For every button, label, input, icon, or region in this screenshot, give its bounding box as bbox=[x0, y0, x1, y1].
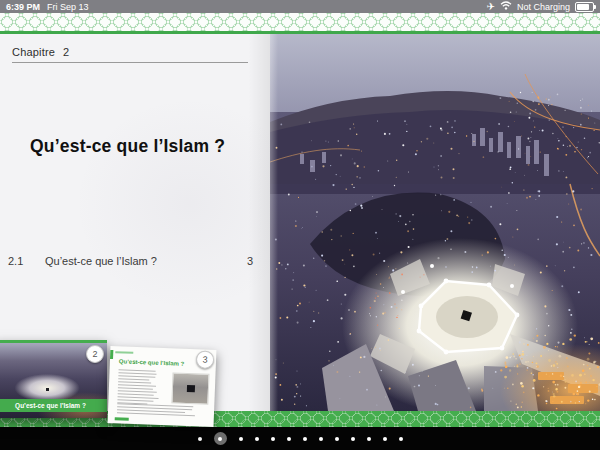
page-dot[interactable] bbox=[255, 437, 259, 441]
airplane-mode-icon: ✈ bbox=[487, 2, 495, 12]
page-dot-active[interactable] bbox=[214, 432, 227, 445]
thumbnail-page-2[interactable]: Qu’est-ce que l’Islam ? 2 bbox=[0, 340, 107, 418]
battery-icon bbox=[575, 2, 594, 12]
kaaba-icon bbox=[46, 388, 49, 391]
page-dot[interactable] bbox=[319, 437, 323, 441]
thumbnail-page-3-number-badge: 3 bbox=[196, 350, 215, 369]
battery-status-label: Not Charging bbox=[517, 2, 570, 12]
toc-entry-title: Qu’est-ce que l’Islam ? bbox=[45, 255, 157, 267]
page-dots bbox=[198, 432, 403, 445]
page-dot[interactable] bbox=[367, 437, 371, 441]
status-bar: 6:39 PM Fri Sep 13 ✈ Not Charging bbox=[0, 0, 600, 13]
page-dot[interactable] bbox=[198, 437, 202, 441]
thumbnail-page-2-number-badge: 2 bbox=[86, 345, 104, 363]
thumbnail-text-paragraph bbox=[117, 403, 205, 418]
footer-strip bbox=[115, 417, 129, 421]
clock-time: 6:39 PM bbox=[6, 2, 40, 12]
page-dot[interactable] bbox=[239, 437, 243, 441]
page-dot[interactable] bbox=[287, 437, 291, 441]
kaaba-icon bbox=[187, 385, 195, 392]
mecca-aerial-photo bbox=[270, 34, 600, 411]
page-dot[interactable] bbox=[383, 437, 387, 441]
chapter-label: Chapitre bbox=[12, 46, 55, 58]
page-dot[interactable] bbox=[351, 437, 355, 441]
chapter-number: 2 bbox=[63, 46, 69, 58]
right-page[interactable] bbox=[270, 34, 600, 411]
page-dot[interactable] bbox=[399, 437, 403, 441]
thumbnail-page-2-caption: Qu’est-ce que l’Islam ? bbox=[0, 399, 107, 412]
thumbnail-page-3-heading: Qu’est-ce que l’Islam ? bbox=[119, 358, 185, 367]
toc-entry-page: 3 bbox=[247, 255, 253, 267]
wifi-icon bbox=[500, 1, 512, 12]
toc-entry-number: 2.1 bbox=[8, 255, 23, 267]
kaaba-photo-thumb bbox=[171, 372, 209, 404]
thumbnail-text-column bbox=[117, 369, 160, 407]
toc-entry[interactable]: 2.1 Qu’est-ce que l’Islam ? 3 bbox=[0, 255, 270, 269]
chapter-tab bbox=[110, 350, 113, 359]
page-dot[interactable] bbox=[271, 437, 275, 441]
thumbnail-page-3[interactable]: Qu’est-ce que l’Islam ? 3 bbox=[108, 346, 217, 427]
page-dot[interactable] bbox=[303, 437, 307, 441]
header-strip bbox=[115, 351, 133, 354]
page-dot[interactable] bbox=[335, 437, 339, 441]
clock-date: Fri Sep 13 bbox=[47, 2, 89, 12]
page-title: Qu’est-ce que l’Islam ? bbox=[30, 136, 225, 157]
top-ornament-band bbox=[0, 13, 600, 31]
pager-bar bbox=[0, 427, 600, 450]
chapter-rule bbox=[12, 62, 248, 63]
